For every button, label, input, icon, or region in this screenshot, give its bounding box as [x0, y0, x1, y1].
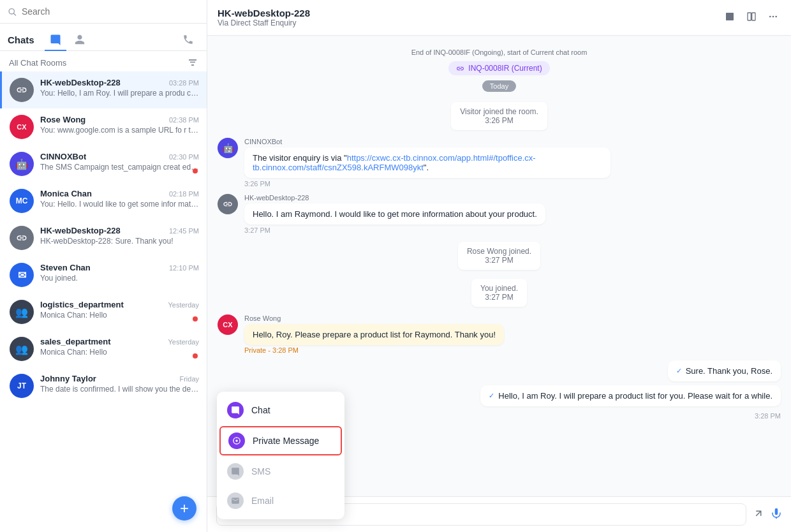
- new-chat-fab[interactable]: +: [172, 496, 196, 521]
- rose-avatar: CX: [218, 314, 238, 335]
- expand-icon[interactable]: [753, 508, 764, 522]
- sent-bubble-1: ✓ Sure. Thank you, Rose.: [668, 360, 781, 381]
- chat-time: 02:30 PM: [169, 153, 199, 161]
- hk-message-body: HK-webDesktop-228 Hello. I am Raymond. I…: [244, 194, 545, 234]
- popup-chat-item[interactable]: Chat: [217, 395, 344, 425]
- chat-name: HK-webDesktop-228: [40, 78, 121, 87]
- hk-message-time: 3:27 PM: [244, 226, 545, 234]
- chat-item-monica-chan[interactable]: MC Monica Chan 02:18 PM You: Hello. I wo…: [0, 182, 207, 219]
- sidebar: Chats All Chat Rooms HK-webDesktop-228 0…: [0, 0, 207, 532]
- popup-pm-item[interactable]: Private Message: [219, 426, 342, 455]
- svg-point-2: [235, 440, 238, 442]
- chat-preview: You: www.google.com is a sample URL fo r…: [40, 126, 199, 135]
- hk-message-row: HK-webDesktop-228 Hello. I am Raymond. I…: [218, 194, 781, 234]
- chat-preview: You joined.: [40, 274, 199, 283]
- chat-item-hk-active[interactable]: HK-webDesktop-228 03:28 PM You: Hello, I…: [0, 71, 207, 108]
- chat-time: 12:45 PM: [169, 227, 199, 235]
- chat-preview: Monica Chan: Hello: [40, 311, 199, 320]
- chat-time: Friday: [179, 375, 199, 383]
- bot-message-bubble: The visitor enquiry is via "https://cxwc…: [244, 147, 610, 178]
- today-badge: Today: [482, 80, 516, 92]
- chat-time: 02:18 PM: [169, 190, 199, 198]
- chat-time: Yesterday: [168, 338, 199, 346]
- system-divider-text: End of INQ-0008IF (Ongoing), start of Cu…: [411, 48, 588, 56]
- chat-header-subtitle: Via Direct Staff Enquiry: [218, 18, 722, 27]
- chat-preview: The date is confirmed. I will show you t…: [40, 385, 199, 394]
- pm-popup-icon: [228, 432, 245, 449]
- chat-content: HK-webDesktop-228 12:45 PM HK-webDesktop…: [40, 226, 199, 246]
- bot-message-link[interactable]: https://cxwc.cx-tb.cinnox.com/app.html#/…: [253, 153, 536, 172]
- avatar: [10, 226, 34, 250]
- sent-text-2: Hello, I am Roy. I will prepare a produc…: [498, 391, 773, 401]
- svg-rect-4: [726, 13, 734, 20]
- sent-bubble-2: ✓ Hello, I am Roy. I will prepare a prod…: [480, 385, 781, 406]
- header-square-icon[interactable]: [722, 9, 737, 27]
- chat-name: HK-webDesktop-228: [40, 226, 121, 235]
- avatar: MC: [10, 189, 34, 213]
- visitor-joined-msg: Visitor joined the room.3:26 PM: [218, 101, 781, 131]
- chat-preview: Monica Chan: Hello: [40, 348, 199, 357]
- tab-phone-icon[interactable]: [177, 29, 199, 50]
- chat-preview: You: Hello, I am Roy. I will prepare a p…: [40, 89, 199, 98]
- chat-item-johnny-taylor[interactable]: JT Johnny Taylor Friday The date is conf…: [0, 367, 207, 404]
- sms-popup-icon: [227, 463, 244, 480]
- bot-avatar: 🤖: [218, 138, 238, 158]
- sent-time: 3:28 PM: [755, 412, 781, 420]
- tab-contacts-icon[interactable]: [69, 29, 91, 50]
- rose-message-body: Rose Wong Hello, Roy. Please prepare a p…: [244, 314, 504, 354]
- chat-name: Monica Chan: [40, 189, 92, 198]
- chats-tab-label: Chats: [8, 34, 34, 45]
- avatar: 👥: [10, 337, 34, 361]
- chat-item-steven-chan[interactable]: ✉ Steven Chan 12:10 PM You joined.: [0, 256, 207, 293]
- system-divider: End of INQ-0008IF (Ongoing), start of Cu…: [218, 46, 781, 94]
- rose-sender-label: Rose Wong: [244, 314, 504, 322]
- chat-preview: You: Hello. I would like to get some inf…: [40, 200, 199, 209]
- chat-list: HK-webDesktop-228 03:28 PM You: Hello, I…: [0, 71, 207, 532]
- search-input[interactable]: [22, 6, 199, 17]
- chat-item-logistics[interactable]: 👥 logistics_department Yesterday Monica …: [0, 293, 207, 330]
- chat-item-hk2[interactable]: HK-webDesktop-228 12:45 PM HK-webDesktop…: [0, 219, 207, 256]
- search-bar: [0, 0, 207, 24]
- chat-preview: HK-webDesktop-228: Sure. Thank you!: [40, 237, 199, 246]
- svg-point-7: [769, 15, 771, 17]
- rose-private-label: Private - 3:28 PM: [244, 346, 504, 354]
- unread-indicator: [193, 353, 198, 358]
- chat-content: logistics_department Yesterday Monica Ch…: [40, 300, 199, 320]
- chat-name: Johnny Taylor: [40, 374, 96, 383]
- popup-email-item: Email: [217, 486, 344, 515]
- avatar: JT: [10, 374, 34, 398]
- chat-name: Steven Chan: [40, 263, 91, 272]
- all-chat-rooms-header: All Chat Rooms: [0, 51, 207, 71]
- header-actions: [722, 9, 781, 27]
- svg-rect-5: [748, 13, 751, 20]
- chat-time: 02:38 PM: [169, 116, 199, 124]
- tab-chat-icon[interactable]: [45, 29, 66, 50]
- chat-time: Yesterday: [168, 301, 199, 309]
- visitor-joined-text: Visitor joined the room.3:26 PM: [451, 102, 547, 130]
- chat-content: Johnny Taylor Friday The date is confirm…: [40, 374, 199, 394]
- rose-joined-text: Rose Wong joined.3:27 PM: [458, 242, 540, 270]
- chat-content: HK-webDesktop-228 03:28 PM You: Hello, I…: [40, 78, 199, 98]
- header-split-icon[interactable]: [744, 9, 759, 27]
- chat-item-cinnoxbot[interactable]: 🤖 CINNOXBot 02:30 PM The SMS Campaign te…: [0, 145, 207, 182]
- popup-pm-label: Private Message: [253, 436, 319, 446]
- unread-indicator: [193, 168, 198, 174]
- header-more-icon[interactable]: [765, 9, 781, 27]
- popup-email-label: Email: [251, 496, 274, 506]
- chat-content: Steven Chan 12:10 PM You joined.: [40, 263, 199, 283]
- chat-preview: The SMS Campaign test_campaign creat ed …: [40, 163, 199, 172]
- filter-icon[interactable]: [188, 57, 198, 68]
- chat-item-rose-wong[interactable]: CX Rose Wong 02:38 PM You: www.google.co…: [0, 108, 207, 145]
- rose-message-bubble: Hello, Roy. Please prepare a product lis…: [244, 324, 504, 345]
- chat-name: Rose Wong: [40, 115, 85, 124]
- bot-sender-label: CINNOXBot: [244, 138, 610, 145]
- inq-badge[interactable]: INQ-0008IR (Current): [448, 61, 549, 75]
- chat-name: CINNOXBot: [40, 152, 86, 161]
- chat-content: Monica Chan 02:18 PM You: Hello. I would…: [40, 189, 199, 209]
- chat-header-bar: HK-webDesktop-228 Via Direct Staff Enqui…: [207, 0, 791, 36]
- chat-item-sales[interactable]: 👥 sales_department Yesterday Monica Chan…: [0, 330, 207, 367]
- chat-popup-icon: [227, 402, 244, 418]
- check-icon-1: ✓: [676, 367, 682, 375]
- tabs-row: Chats: [0, 24, 207, 51]
- microphone-icon[interactable]: [771, 508, 782, 522]
